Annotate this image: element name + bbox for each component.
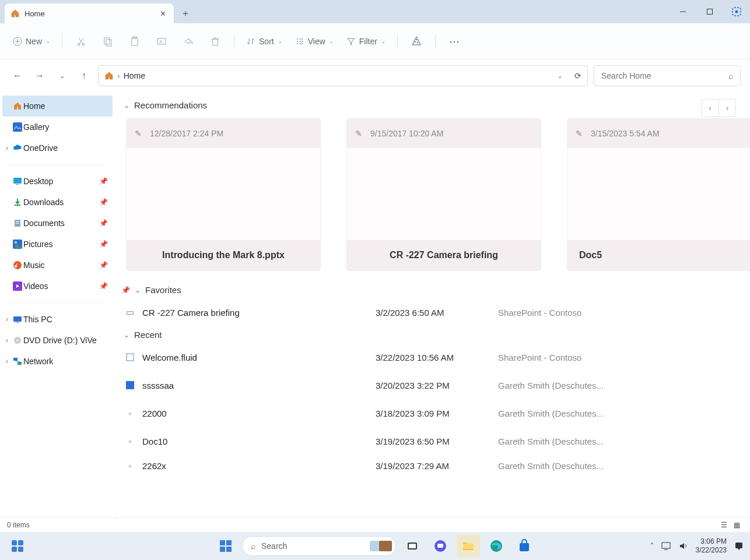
pizza-button[interactable] — [405, 31, 428, 52]
svg-point-3 — [735, 10, 738, 13]
recommendation-nav: ‹ › — [701, 99, 736, 117]
sidebar-item-documents[interactable]: Documents 📌 — [0, 213, 115, 234]
search-placeholder: Search — [261, 541, 287, 551]
list-item[interactable]: ▫ 2262x 3/19/2023 7:29 AM Gareth Smith (… — [118, 455, 750, 476]
chevron-right-icon: › — [6, 336, 8, 344]
start-button[interactable] — [214, 534, 237, 558]
edge-button[interactable] — [485, 534, 508, 558]
recommendation-card[interactable]: ✎3/15/2023 5:54 AM Doc5 — [567, 118, 750, 271]
tray-monitor-icon[interactable] — [661, 541, 671, 551]
breadcrumb-separator: › — [117, 71, 120, 80]
sidebar-item-dvd[interactable]: › DVD Drive (D:) ViVe — [0, 330, 115, 351]
sidebar-item-pictures[interactable]: Pictures 📌 — [0, 234, 115, 255]
edge-icon — [489, 539, 503, 553]
rename-button[interactable]: A — [150, 31, 173, 52]
chevron-down-icon[interactable]: ⌄ — [557, 72, 563, 80]
file-explorer-button[interactable] — [457, 534, 480, 558]
sidebar-item-label: Network — [23, 357, 53, 366]
address-bar[interactable]: › Home ⌄ ⟳ — [98, 65, 588, 86]
refresh-button[interactable]: ⟳ — [574, 71, 581, 80]
tray-volume-icon[interactable] — [678, 541, 689, 551]
sidebar-item-label: This PC — [23, 315, 52, 324]
copy-button[interactable] — [96, 31, 120, 52]
sidebar-item-desktop[interactable]: Desktop 📌 — [0, 171, 115, 192]
tab-home[interactable]: Home ✕ — [5, 3, 174, 23]
section-recent[interactable]: ⌄ Recent — [118, 326, 750, 343]
close-button[interactable] — [723, 0, 750, 23]
chat-button[interactable] — [429, 534, 452, 558]
new-tab-button[interactable]: ＋ — [174, 3, 197, 23]
widgets-button[interactable] — [6, 534, 29, 558]
list-item[interactable]: Welcome.fluid 3/22/2023 10:56 AM SharePo… — [118, 343, 750, 371]
maximize-button[interactable] — [696, 0, 723, 23]
delete-button[interactable] — [204, 31, 227, 52]
back-button[interactable]: ← — [9, 68, 26, 84]
sidebar-item-network[interactable]: › Network — [0, 351, 115, 372]
new-button[interactable]: New ⌄ — [8, 33, 55, 50]
sidebar-item-videos[interactable]: Videos 📌 — [0, 276, 115, 297]
sort-button[interactable]: Sort ⌄ — [241, 33, 287, 50]
file-icon — [124, 381, 136, 389]
scroll-right-button[interactable]: › — [719, 99, 736, 117]
recommendation-card[interactable]: ✎12/28/2017 2:24 PM Introducing the Mark… — [126, 118, 321, 271]
sidebar-item-gallery[interactable]: Gallery — [0, 117, 115, 138]
list-item[interactable]: ▫ 22000 3/18/2023 3:09 PM Gareth Smith (… — [118, 399, 750, 427]
svg-rect-39 — [17, 362, 22, 365]
view-button[interactable]: View ⌄ — [290, 33, 338, 50]
share-button[interactable] — [177, 31, 200, 52]
section-recommendations[interactable]: ⌄ Recommendations — [118, 97, 750, 114]
sidebar-item-music[interactable]: Music 📌 — [0, 255, 115, 276]
section-favorites[interactable]: 📌 ⌄ Favorites — [118, 281, 750, 298]
pin-icon: 📌 — [99, 240, 108, 248]
videos-icon — [13, 281, 22, 291]
recent-locations-button[interactable]: ⌄ — [54, 68, 70, 84]
recommendation-date: 9/15/2017 10:20 AM — [370, 129, 443, 138]
pin-icon: 📌 — [99, 261, 108, 269]
list-item[interactable]: ▭ CR -227 Camera briefing 3/2/2023 6:50 … — [118, 298, 750, 326]
notifications-button[interactable] — [734, 541, 744, 551]
paste-button[interactable] — [123, 31, 146, 52]
svg-rect-54 — [437, 544, 443, 548]
grid-view-button[interactable]: ▦ — [730, 519, 743, 531]
taskbar-search[interactable]: ⌕ Search — [242, 536, 396, 556]
up-button[interactable]: ↑ — [76, 68, 92, 84]
svg-point-17 — [297, 43, 298, 44]
filter-button[interactable]: Filter ⌄ — [342, 33, 390, 50]
content-pane: ‹ › ⌄ Recommendations ✎12/28/2017 2:24 P… — [115, 92, 750, 517]
sidebar-item-label: Music — [23, 260, 45, 270]
list-item[interactable]: ▫ Doc10 3/19/2023 6:50 PM Gareth Smith (… — [118, 427, 750, 455]
music-icon — [13, 260, 22, 270]
search-box[interactable]: ⌕ — [594, 65, 741, 86]
list-item[interactable]: sssssaa 3/20/2023 3:22 PM Gareth Smith (… — [118, 371, 750, 399]
sidebar-item-thispc[interactable]: › This PC — [0, 309, 115, 330]
file-name: Welcome.fluid — [142, 353, 376, 362]
sidebar-item-label: Home — [23, 101, 45, 111]
svg-rect-43 — [12, 540, 17, 545]
sidebar-item-onedrive[interactable]: › OneDrive — [0, 138, 115, 159]
minimize-button[interactable] — [670, 0, 696, 23]
search-input[interactable] — [601, 71, 724, 80]
taskbar-clock[interactable]: 3:06 PM 3/22/2023 — [696, 537, 727, 555]
forward-button[interactable]: → — [31, 68, 48, 84]
svg-rect-57 — [662, 543, 670, 548]
scroll-left-button[interactable]: ‹ — [701, 99, 719, 117]
cut-button[interactable] — [69, 31, 93, 52]
details-view-button[interactable]: ☰ — [717, 519, 730, 531]
task-view-button[interactable] — [401, 534, 424, 558]
store-button[interactable] — [513, 534, 536, 558]
tab-close-button[interactable]: ✕ — [157, 8, 168, 19]
tray-expand-button[interactable]: ˄ — [650, 542, 654, 550]
file-name: sssssaa — [142, 381, 376, 390]
home-icon — [10, 9, 20, 18]
sidebar-item-label: Videos — [23, 281, 48, 291]
pin-icon: 📌 — [99, 198, 108, 206]
sidebar-item-home[interactable]: Home — [2, 96, 113, 117]
titlebar: Home ✕ ＋ — [0, 0, 750, 23]
file-name: 2262x — [142, 461, 376, 471]
more-button[interactable]: ⋯ — [443, 31, 466, 52]
svg-rect-49 — [220, 547, 225, 552]
sidebar: Home Gallery › OneDrive Desktop 📌 Downlo… — [0, 92, 115, 517]
sidebar-item-downloads[interactable]: Downloads 📌 — [0, 192, 115, 213]
svg-rect-41 — [127, 354, 134, 361]
recommendation-card[interactable]: ✎9/15/2017 10:20 AM CR -227 Camera brief… — [346, 118, 541, 271]
